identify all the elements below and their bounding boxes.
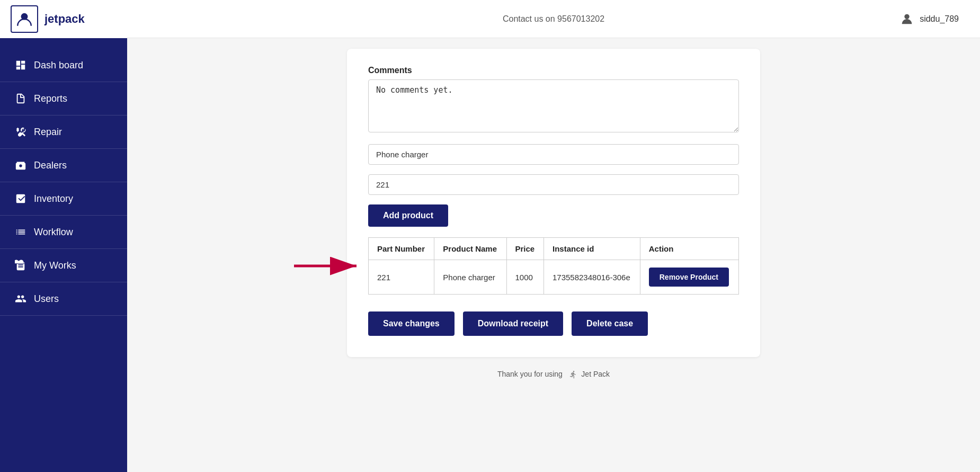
col-price: Price xyxy=(506,238,544,260)
sidebar-item-repair[interactable]: Repair xyxy=(0,115,127,149)
product-qty-input[interactable] xyxy=(368,174,739,195)
comments-label: Comments xyxy=(368,66,739,75)
form-card: Comments No comments yet. Add product xyxy=(347,49,760,357)
reports-icon xyxy=(15,93,26,104)
main-wrapper: Contact us on 9567013202 siddu_789 Comme… xyxy=(127,0,980,472)
logo-area: jetpack xyxy=(0,0,127,38)
col-part-number: Part Number xyxy=(369,238,434,260)
cell-product-name: Phone charger xyxy=(434,260,506,295)
sidebar-item-myworks[interactable]: My Works xyxy=(0,249,127,282)
product-name-input[interactable] xyxy=(368,144,739,165)
footer-text: Thank you for using xyxy=(497,370,563,378)
product-table: Part Number Product Name Price Instance … xyxy=(368,237,739,295)
sidebar-item-users[interactable]: Users xyxy=(0,282,127,316)
myworks-icon xyxy=(15,260,26,271)
cell-part-number: 221 xyxy=(369,260,434,295)
logo-avatar xyxy=(11,5,38,33)
delete-case-button[interactable]: Delete case xyxy=(572,311,648,336)
sidebar-item-workflow[interactable]: Workflow xyxy=(0,216,127,249)
users-icon xyxy=(15,293,26,305)
sidebar-item-dashboard[interactable]: Dash board xyxy=(0,49,127,82)
sidebar-label-myworks: My Works xyxy=(34,260,76,271)
col-action: Action xyxy=(640,238,738,260)
workflow-icon xyxy=(15,226,26,238)
product-qty-group xyxy=(368,174,739,195)
svg-point-1 xyxy=(904,14,909,19)
user-avatar-icon xyxy=(899,12,914,26)
sidebar-label-dashboard: Dash board xyxy=(34,60,83,71)
arrow-indicator xyxy=(294,255,363,277)
remove-product-button[interactable]: Remove Product xyxy=(649,268,729,287)
sidebar-item-dealers[interactable]: Dealers xyxy=(0,149,127,182)
sidebar-label-reports: Reports xyxy=(34,93,67,104)
repair-icon xyxy=(15,126,26,138)
header: Contact us on 9567013202 siddu_789 xyxy=(127,0,980,38)
sidebar-item-reports[interactable]: Reports xyxy=(0,82,127,115)
sidebar-nav: Dash board Reports Repair Dealers xyxy=(0,38,127,316)
sidebar-label-repair: Repair xyxy=(34,127,62,138)
cell-instance-id: 1735582348016-306e xyxy=(544,260,640,295)
add-product-button[interactable]: Add product xyxy=(368,204,448,227)
bottom-actions: Save changes Download receipt Delete cas… xyxy=(368,311,739,336)
dealers-icon xyxy=(15,159,26,171)
comments-group: Comments No comments yet. xyxy=(368,66,739,135)
col-instance-id: Instance id xyxy=(544,238,640,260)
footer: Thank you for using Jet Pack xyxy=(148,357,959,385)
sidebar-label-workflow: Workflow xyxy=(34,227,73,238)
footer-brand-icon xyxy=(569,370,577,379)
main-content: Comments No comments yet. Add product xyxy=(127,38,980,472)
save-changes-button[interactable]: Save changes xyxy=(368,311,455,336)
comments-textarea[interactable]: No comments yet. xyxy=(368,79,739,132)
username-label: siddu_789 xyxy=(920,14,959,24)
cell-action: Remove Product xyxy=(640,260,738,295)
inventory-icon xyxy=(15,193,26,204)
avatar-icon xyxy=(16,11,33,28)
sidebar-label-inventory: Inventory xyxy=(34,193,73,204)
col-product-name: Product Name xyxy=(434,238,506,260)
cell-price: 1000 xyxy=(506,260,544,295)
header-contact: Contact us on 9567013202 xyxy=(503,14,604,24)
sidebar-label-dealers: Dealers xyxy=(34,160,67,171)
header-user: siddu_789 xyxy=(899,12,959,26)
footer-brand: Jet Pack xyxy=(581,370,610,378)
sidebar-item-inventory[interactable]: Inventory xyxy=(0,182,127,216)
app-name: jetpack xyxy=(44,12,85,26)
dashboard-icon xyxy=(15,59,26,71)
sidebar-label-users: Users xyxy=(34,293,59,305)
product-table-section: Part Number Product Name Price Instance … xyxy=(368,237,739,295)
download-receipt-button[interactable]: Download receipt xyxy=(463,311,563,336)
sidebar: jetpack Dash board Reports Repair xyxy=(0,0,127,472)
table-row: 221 Phone charger 1000 1735582348016-306… xyxy=(369,260,739,295)
product-name-group xyxy=(368,144,739,165)
